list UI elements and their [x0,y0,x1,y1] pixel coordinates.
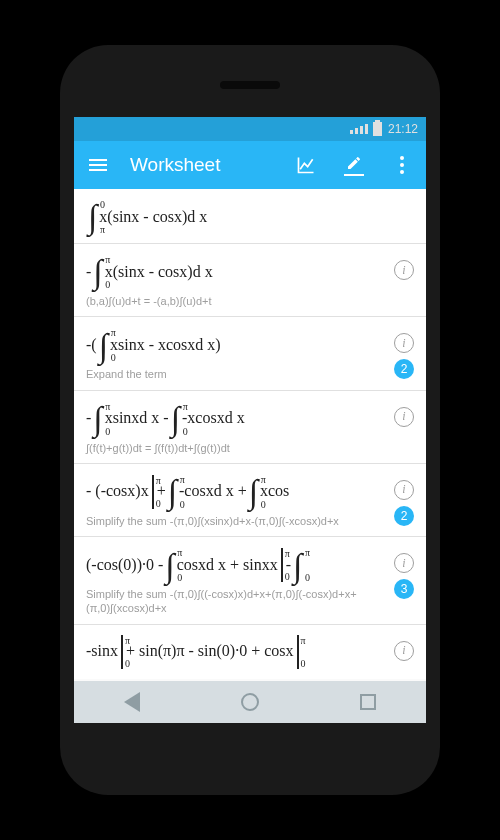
worksheet-row[interactable]: - ∫ π 0 x(sinx - cosx)d x (b,a)∫(u)d+t =… [74,244,426,317]
expr-text: -sinx [86,641,118,662]
chart-icon [296,155,316,175]
hint-text: Simplify the sum -(π,0)∫((-cosx)x)d+x+(π… [86,587,386,616]
nav-bar [74,681,426,723]
worksheet-list[interactable]: ∫ 0 π x(sinx - cosx)d x - ∫ π [74,189,426,681]
eval-bar-icon: π 0 [152,475,154,509]
integral-icon: ∫ π 0 [99,327,108,363]
expr-text: x(sinx - cosx)d x [99,207,207,228]
device-frame: 21:12 Worksheet [60,45,440,795]
screen: 21:12 Worksheet [74,117,426,723]
hamburger-icon [89,156,107,174]
expr-text: (-cos(0))·0 - [86,555,163,576]
underline-icon [344,174,364,176]
pencil-icon [346,155,362,171]
worksheet-row[interactable]: -sinx π 0 + sin(π)π - sin(0)·0 + cosx π … [74,625,426,679]
expr-text: + sin(π)π - sin(0)·0 + cosx [126,641,294,662]
info-button[interactable]: i [394,333,414,353]
device-speaker [220,81,280,89]
expr-text: -xcosxd x [182,408,245,429]
overflow-button[interactable] [386,149,418,181]
nav-home-button[interactable] [241,693,259,711]
info-button[interactable]: i [394,260,414,280]
eval-bar-icon: π 0 [121,635,123,669]
app-bar: Worksheet [74,141,426,189]
integral-icon: ∫ π 0 [293,547,302,583]
nav-recent-button[interactable] [360,694,376,710]
expr-text: cosxd x + sinxx [177,555,278,576]
eval-bar-icon: π 0 [281,548,283,582]
status-bar: 21:12 [74,117,426,141]
worksheet-row[interactable]: - (-cosx)x π 0 + ∫ π 0 -cosxd x + [74,464,426,537]
info-button[interactable]: i [394,407,414,427]
expr-text: xsinxd x - [105,408,169,429]
step-count-badge[interactable]: 2 [394,359,414,379]
expr-text: -( [86,335,97,356]
expr-text: xsinx - xcosxd x) [110,335,221,356]
integral-icon: ∫ 0 π [88,199,97,235]
clock-text: 21:12 [388,122,418,136]
eval-bar-icon: π 0 [297,635,299,669]
hint-text: Simplify the sum -(π,0)∫(xsinx)d+x-(π,0)… [86,514,386,528]
integral-icon: ∫ π 0 [168,474,177,510]
expr-text: - [86,262,91,283]
signal-icon [350,124,369,134]
step-count-badge[interactable]: 2 [394,506,414,526]
expr-text: x(sinx - cosx)d x [105,262,213,283]
info-button[interactable]: i [394,480,414,500]
integral-icon: ∫ π 0 [171,401,180,437]
edit-button[interactable] [338,149,370,181]
appbar-title: Worksheet [130,154,220,176]
nav-back-button[interactable] [124,692,140,712]
integral-icon: ∫ π 0 [249,474,258,510]
worksheet-row[interactable]: (-cos(0))·0 - ∫ π 0 cosxd x + sinxx π 0 [74,537,426,625]
battery-icon [373,122,382,136]
worksheet-row[interactable]: - ∫ π 0 xsinxd x - ∫ π 0 -xcosxd x [74,391,426,464]
integral-icon: ∫ π 0 [93,401,102,437]
menu-button[interactable] [82,149,114,181]
expr-text: -cosxd x + [179,481,247,502]
integral-icon: ∫ π 0 [93,254,102,290]
hint-text: (b,a)∫(u)d+t = -(a,b)∫(u)d+t [86,294,386,308]
worksheet-row[interactable]: ∫ 0 π x(sinx - cosx)d x [74,189,426,244]
kebab-icon [400,156,404,174]
info-button[interactable]: i [394,641,414,661]
hint-text: ∫(f(t)+g(t))dt = ∫(f(t))dt+∫(g(t))dt [86,441,386,455]
expr-text: - (-cosx)x [86,481,149,502]
expr-text: - [86,408,91,429]
step-count-badge[interactable]: 3 [394,579,414,599]
info-button[interactable]: i [394,553,414,573]
plot-button[interactable] [290,149,322,181]
integral-icon: ∫ π 0 [165,547,174,583]
hint-text: Expand the term [86,367,386,381]
worksheet-row[interactable]: -( ∫ π 0 xsinx - xcosxd x) Expand the te… [74,317,426,390]
